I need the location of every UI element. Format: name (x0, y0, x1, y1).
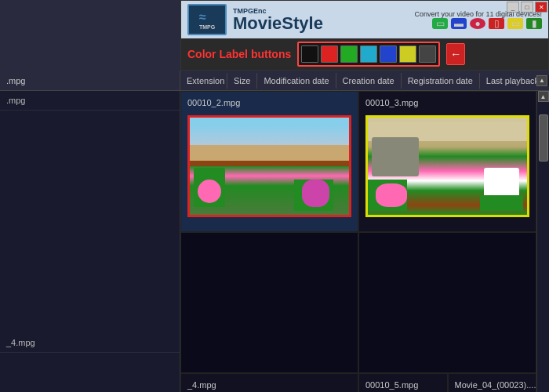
device-icon-green: ▭ (432, 18, 448, 29)
device-icons: ▭ ▬ ● ▯ ▭ ▮ (432, 18, 542, 29)
close-button[interactable]: ✕ (535, 2, 547, 13)
scroll-up-btn[interactable]: ▲ (538, 91, 549, 102)
device-icon-darkgreen: ▮ (526, 18, 542, 29)
window-controls: _ □ ✕ (507, 2, 547, 13)
thumb-wrapper-1 (187, 115, 351, 217)
device-icon-redbox: ▯ (489, 18, 504, 29)
left-sidebar-top (0, 0, 180, 71)
color-btn-blue[interactable] (380, 45, 397, 63)
thumb-filename-4: 00010_5.mpg (365, 380, 418, 390)
thumb-row-2: _4.mpg 0001 (180, 373, 536, 392)
left-panel: .mpg _4.mpg (0, 91, 180, 392)
banner-main-title: MovieStyle (233, 15, 408, 32)
tmpg-logo: ≈ TMPG (187, 4, 227, 35)
color-buttons-container (297, 42, 440, 67)
color-btn-red[interactable] (321, 45, 338, 63)
right-thumbnail-panel[interactable]: 00010_2.mpg (180, 91, 536, 392)
color-btn-dark[interactable] (419, 45, 436, 63)
maximize-button[interactable]: □ (521, 2, 533, 13)
thumb-pair: 00010_5.mpg Movie_04_(00023).... (358, 373, 536, 392)
thumb-wrapper-2 (365, 115, 529, 217)
color-label-text: Color Label buttons (187, 48, 291, 60)
top-banner: ≈ TMPG TMPGEnc MovieStyle Convert your v… (0, 0, 549, 71)
scroll-up-arrow[interactable]: ▲ (536, 75, 547, 86)
thumb-image-2 (365, 115, 529, 217)
thumbnail-grid: 00010_2.mpg (180, 91, 536, 373)
device-icon-blue: ▬ (451, 18, 467, 29)
color-btn-yellow[interactable] (399, 45, 416, 63)
minimize-button[interactable]: _ (507, 2, 519, 13)
scrollbar-top: ▲ (536, 75, 549, 86)
scroll-thumb[interactable] (539, 114, 548, 162)
banner-ad-bottom: Color Label buttons ← (181, 38, 548, 70)
thumb-image-1 (187, 115, 351, 217)
col-lastplayback[interactable]: Last playback date (480, 73, 536, 89)
left-col-label: .mpg (6, 76, 25, 85)
banner-ad-top: ≈ TMPG TMPGEnc MovieStyle Convert your v… (181, 1, 548, 38)
vertical-scrollbar[interactable]: ▲ (536, 91, 549, 392)
main-content: .mpg _4.mpg 00010_2.mpg (0, 91, 549, 392)
banner-text-area: TMPGEnc MovieStyle (233, 7, 408, 32)
file-item-1[interactable]: .mpg (0, 91, 180, 111)
col-modification[interactable]: Modification date (257, 73, 336, 89)
color-btn-black[interactable] (301, 45, 318, 63)
thumb-cell-1[interactable]: 00010_2.mpg (180, 91, 358, 232)
arrow-back-button[interactable]: ← (446, 43, 465, 65)
col-creation[interactable]: Creation date (336, 73, 402, 89)
thumb-cell-3[interactable]: _4.mpg (180, 373, 358, 392)
column-headers-row: .mpg Extension Size Modification date Cr… (0, 71, 549, 91)
right-col-headers: Extension Size Modification date Creatio… (180, 73, 536, 89)
device-icon-red: ● (470, 18, 485, 29)
file-item-2[interactable]: _4.mpg (0, 111, 180, 353)
col-size[interactable]: Size (227, 73, 257, 89)
thumb-filename-1: 00010_2.mpg (187, 98, 240, 107)
col-extension[interactable]: Extension (180, 73, 227, 89)
thumb-cell-empty (180, 232, 358, 373)
thumb-cell-2[interactable]: 00010_3.mpg (358, 91, 536, 232)
col-registration[interactable]: Registration date (402, 73, 480, 89)
banner-ad: ≈ TMPG TMPGEnc MovieStyle Convert your v… (180, 0, 549, 71)
thumb-filename-5: Movie_04_(00023).... (455, 380, 536, 390)
left-col-placeholder: .mpg (0, 71, 180, 90)
thumb-cell-empty2 (358, 232, 536, 373)
color-btn-cyan[interactable] (360, 45, 377, 63)
thumb-cell-4[interactable]: 00010_5.mpg (358, 373, 448, 392)
device-icon-yellow: ▭ (507, 18, 523, 29)
thumb-filename-2: 00010_3.mpg (365, 98, 418, 107)
color-btn-green[interactable] (340, 45, 358, 63)
thumb-cell-5[interactable]: Movie_04_(00023).... HOLLYWOOD (448, 373, 537, 392)
thumb-filename-3: _4.mpg (187, 380, 216, 390)
